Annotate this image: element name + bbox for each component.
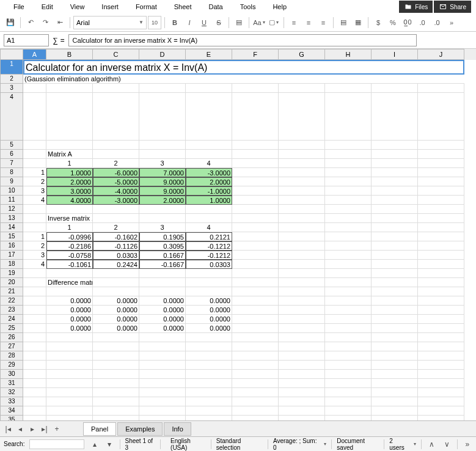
row-header[interactable]: 26 [0,333,23,342]
cell[interactable]: 0.0000 [46,324,93,333]
cell[interactable] [372,406,418,416]
bold-icon[interactable]: B [168,16,181,29]
cell[interactable] [325,379,372,388]
cell[interactable]: 4 [23,260,46,269]
row-header[interactable]: 24 [0,315,23,324]
cell[interactable] [279,196,325,205]
cell[interactable] [372,361,418,370]
cell[interactable] [23,84,46,93]
cell[interactable]: 1 [23,232,46,241]
cell[interactable] [232,370,279,379]
row-header[interactable]: 11 [0,196,23,205]
cell[interactable] [23,351,46,361]
cell[interactable] [418,370,464,379]
menu-help[interactable]: Help [264,2,295,12]
cell[interactable]: -0.1602 [93,232,139,241]
cell[interactable] [279,306,325,315]
cell[interactable] [93,205,139,214]
save-icon[interactable]: 💾 [4,16,17,29]
cell[interactable] [279,324,325,333]
cell[interactable] [279,379,325,388]
cell[interactable] [418,361,464,370]
row-header[interactable]: 28 [0,351,23,361]
cell[interactable] [372,388,418,397]
redo-icon[interactable]: ↷ [38,16,52,29]
cell[interactable] [23,324,46,333]
cell[interactable] [232,232,279,241]
number-icon[interactable]: 0̲0 [401,16,414,29]
cell[interactable] [186,287,232,296]
row-header[interactable]: 8 [0,168,23,177]
tab-info[interactable]: Info [164,422,191,436]
cell[interactable] [279,315,325,324]
row-header[interactable]: 1 [0,60,23,75]
percent-icon[interactable]: % [386,16,400,29]
cell[interactable]: -0.1126 [93,241,139,251]
cell[interactable] [232,141,279,150]
cell[interactable] [325,342,372,351]
cell[interactable] [325,232,372,241]
valign-icon[interactable]: ▤ [337,16,350,29]
col-header[interactable]: G [279,49,325,60]
tab-panel[interactable]: Panel [83,422,116,436]
cell[interactable] [186,370,232,379]
cell[interactable]: 7.0000 [139,168,186,177]
cell[interactable] [325,333,372,342]
cell[interactable] [139,351,186,361]
cell[interactable] [325,397,372,406]
cell[interactable] [23,416,46,420]
col-header[interactable]: B [46,49,93,60]
row-header[interactable]: 2 [0,75,23,84]
cell[interactable]: 0.1667 [139,251,186,260]
aggregate[interactable]: Average: ; Sum: 0 [273,438,318,451]
cell[interactable] [93,269,139,278]
cell[interactable] [232,397,279,406]
cell[interactable]: 1.0000 [46,168,93,177]
cell[interactable]: 0.0000 [139,315,186,324]
cell[interactable] [186,278,232,287]
prev-sheet-icon[interactable]: ◂ [15,425,26,433]
cell[interactable]: 0.0000 [93,306,139,315]
cell[interactable]: 4.0000 [46,196,93,205]
cell[interactable] [23,397,46,406]
cell[interactable] [372,241,418,251]
cell[interactable] [279,342,325,351]
cell[interactable] [325,150,372,159]
cell[interactable] [418,406,464,416]
cell[interactable] [232,379,279,388]
cell[interactable] [93,388,139,397]
cell[interactable] [325,177,372,186]
cell[interactable] [279,232,325,241]
cell[interactable] [325,296,372,306]
cell[interactable] [372,159,418,168]
cell[interactable] [232,196,279,205]
cell[interactable] [232,388,279,397]
row-header[interactable]: 9 [0,177,23,186]
cell[interactable] [279,296,325,306]
cell[interactable] [372,287,418,296]
cell[interactable] [186,84,232,93]
cell[interactable] [232,214,279,223]
cell[interactable] [325,205,372,214]
cell[interactable] [418,214,464,223]
cell[interactable] [418,177,464,186]
cell[interactable] [418,278,464,287]
cell[interactable] [186,397,232,406]
cell[interactable] [23,287,46,296]
cell[interactable] [93,214,139,223]
cell[interactable]: 4 [186,223,232,232]
cell[interactable] [418,342,464,351]
cell[interactable]: 2 [23,241,46,251]
cell[interactable] [325,406,372,416]
cell[interactable] [139,287,186,296]
cell[interactable] [46,361,93,370]
cell[interactable]: 0.0000 [186,306,232,315]
row-header[interactable]: 6 [0,150,23,159]
cell[interactable] [325,168,372,177]
cell[interactable] [93,406,139,416]
col-header[interactable]: F [232,49,279,60]
cell[interactable] [325,416,372,420]
cell[interactable] [139,388,186,397]
cell[interactable] [325,186,372,196]
cell[interactable] [372,416,418,420]
